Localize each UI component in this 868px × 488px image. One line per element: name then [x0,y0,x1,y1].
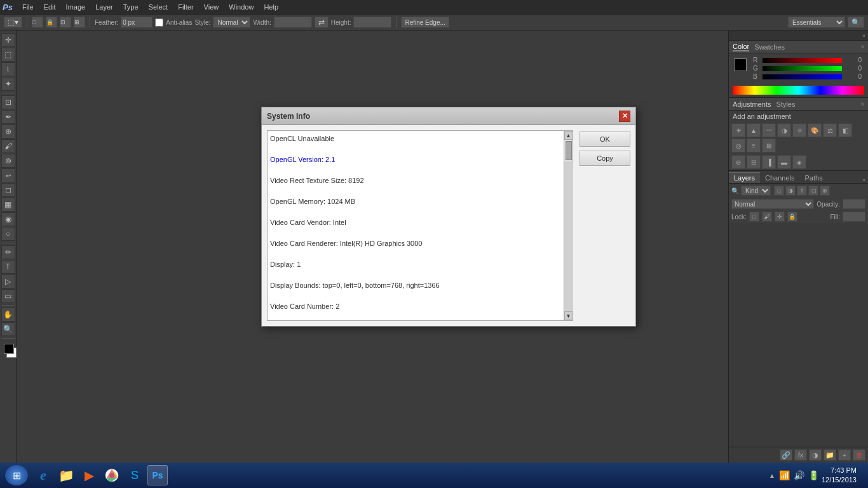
eraser-tool[interactable]: ◻ [1,183,15,197]
dialog-scrollbar[interactable]: ▲ ▼ [564,130,573,321]
photoshop-taskbar-icon[interactable]: Ps [147,465,168,485]
pixel-filter-icon[interactable]: □ [774,186,784,196]
vibrance-icon[interactable]: ⚛ [792,123,806,137]
color-balance-icon[interactable]: ⚖ [823,123,837,137]
lock-all-icon[interactable]: 🔒 [787,212,797,222]
add-style-button[interactable]: fx [794,449,807,461]
menu-file[interactable]: File [18,2,38,12]
color-tab[interactable]: Color [733,43,749,51]
threshold-icon[interactable]: ▐ [762,155,776,169]
swatches-tab[interactable]: Swatches [754,43,785,51]
r-channel-bar[interactable] [763,58,842,63]
opacity-input[interactable] [843,199,865,209]
menu-type[interactable]: Type [119,2,143,12]
new-layer-icon[interactable]: □ [32,17,43,28]
dodge-tool[interactable]: ○ [1,227,15,241]
explorer-icon[interactable]: 📁 [56,465,76,485]
styles-tab[interactable]: Styles [776,100,796,108]
channels-tab[interactable]: Channels [760,172,799,183]
delete-layer-button[interactable]: 🗑 [853,449,865,461]
tray-arrow[interactable]: ▲ [769,472,775,479]
g-channel-bar[interactable] [763,66,842,71]
paths-tab[interactable]: Paths [800,172,828,183]
scrollbar-thumb[interactable] [566,141,572,160]
lock-brush-icon[interactable]: 🖌 [762,212,772,222]
start-button[interactable]: ⊞ [5,465,28,485]
chrome-icon[interactable] [102,465,122,485]
hue-sat-icon[interactable]: 🎨 [808,123,822,137]
eyedropper-tool[interactable]: ✒ [1,110,15,124]
menu-view[interactable]: View [200,2,224,12]
selective-color-icon[interactable]: ◈ [792,155,806,169]
posterize-icon[interactable]: ⊟ [747,155,761,169]
gradient-tool[interactable]: ▦ [1,198,15,212]
curves-icon[interactable]: 〰 [762,123,776,137]
frame-icon[interactable]: ⊞ [74,17,85,28]
blend-mode-select[interactable]: Normal [731,199,814,209]
scrollbar-track[interactable] [564,161,573,311]
pen-tool[interactable]: ✏ [1,245,15,259]
feather-input[interactable] [121,17,153,28]
add-mask-button[interactable]: ◑ [809,449,822,461]
color-lookup-icon[interactable]: ⊞ [762,139,776,152]
scroll-down-arrow[interactable]: ▼ [564,311,573,320]
smart-filter-icon[interactable]: ⊕ [820,186,830,196]
type-filter-icon[interactable]: T [797,186,807,196]
link-layers-button[interactable]: 🔗 [780,449,792,461]
shape-tool[interactable]: ▭ [1,289,15,303]
lasso-tool[interactable]: ⌇ [1,62,15,76]
refine-edge-button[interactable]: Refine Edge... [401,17,449,28]
workspace-search[interactable]: 🔍 [848,17,864,28]
lock-icon[interactable]: 🔒 [46,17,57,28]
layers-kind-select[interactable]: Kind [741,186,771,196]
layers-panel-options[interactable]: » [862,177,865,183]
marquee-tool-options[interactable]: ⬚▾ [4,17,22,28]
workspace-select[interactable]: Essentials [788,17,845,28]
taskbar-clock[interactable]: 7:43 PM 12/15/2013 [822,466,857,485]
media-player-icon[interactable]: ▶ [79,465,99,485]
color-swatch-fg[interactable] [734,58,747,71]
bw-icon[interactable]: ◧ [838,123,852,137]
hand-tool[interactable]: ✋ [1,308,15,322]
clone-tool[interactable]: ⊚ [1,154,15,168]
marquee-tool[interactable]: ⬚ [1,48,15,62]
menu-image[interactable]: Image [62,2,90,12]
new-group-button[interactable]: 📁 [824,449,836,461]
b-channel-bar[interactable] [763,74,842,79]
scroll-up-arrow[interactable]: ▲ [564,131,573,140]
fill-input[interactable] [843,212,865,222]
healing-tool[interactable]: ⊕ [1,125,15,139]
foreground-color[interactable] [4,344,14,354]
menu-window[interactable]: Window [224,2,258,12]
swap-arrow[interactable]: ⇄ [315,17,329,28]
new-layer-button[interactable]: + [838,449,851,461]
panel-collapse-icon[interactable]: « [862,32,865,39]
levels-icon[interactable]: ▲ [747,123,761,137]
style-select[interactable]: Normal [213,17,250,28]
invert-icon[interactable]: ⊖ [731,155,745,169]
channel-mixer-icon[interactable]: ≡ [747,139,761,152]
copy-button[interactable]: Copy [580,151,630,166]
move-tool[interactable]: ✛ [1,33,15,47]
brush-tool[interactable]: 🖌 [1,139,15,153]
photo-filter-icon[interactable]: ◎ [731,139,745,152]
brightness-contrast-icon[interactable]: ☀ [731,123,745,137]
crop-icon[interactable]: ⊡ [60,17,71,28]
blur-tool[interactable]: ◉ [1,212,15,226]
lock-position-icon[interactable]: ✛ [775,212,785,222]
color-panel-options[interactable]: » [860,43,864,50]
path-select-tool[interactable]: ▷ [1,274,15,288]
history-brush[interactable]: ↩ [1,168,15,182]
skype-icon[interactable]: S [125,465,145,485]
width-input[interactable] [274,17,312,28]
adjustments-options[interactable]: » [860,100,864,107]
crop-tool[interactable]: ⊡ [1,95,15,109]
adjustment-filter-icon[interactable]: ◑ [785,186,796,196]
zoom-tool[interactable]: 🔍 [1,322,15,336]
gradient-map-icon[interactable]: ▬ [777,155,791,169]
menu-help[interactable]: Help [259,2,283,12]
menu-edit[interactable]: Edit [39,2,60,12]
height-input[interactable] [353,17,391,28]
exposure-icon[interactable]: ◑ [777,123,791,137]
lock-pixels-icon[interactable]: □ [749,212,759,222]
